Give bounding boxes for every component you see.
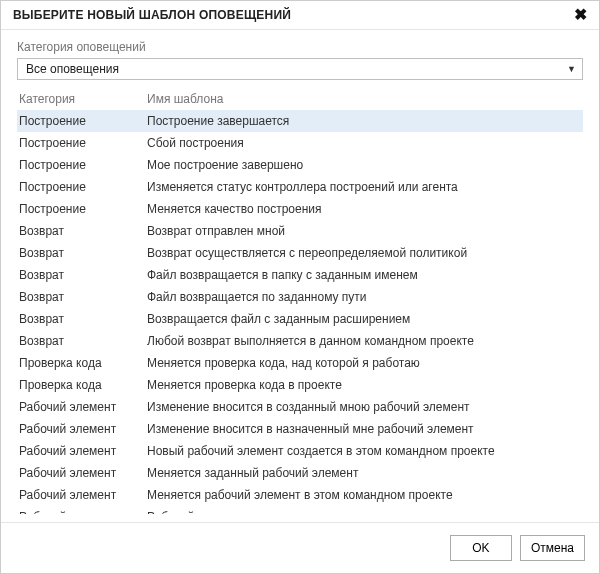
close-icon: ✖ <box>574 6 587 23</box>
category-filter-label: Категория оповещений <box>17 40 583 54</box>
grid-cell-name: Меняется качество построения <box>147 202 583 216</box>
cancel-button[interactable]: Отмена <box>520 535 585 561</box>
grid-row[interactable]: Проверка кодаМеняется проверка кода, над… <box>17 352 583 374</box>
grid-cell-name: Изменение вносится в назначенный мне раб… <box>147 422 583 436</box>
grid-row[interactable]: Рабочий элементИзменение вносится в созд… <box>17 396 583 418</box>
dialog-footer: OK Отмена <box>1 522 599 573</box>
grid-row[interactable]: ПостроениеМеняется качество построения <box>17 198 583 220</box>
grid-row[interactable]: ПостроениеИзменяется статус контроллера … <box>17 176 583 198</box>
grid-row[interactable]: ВозвратВозврат отправлен мной <box>17 220 583 242</box>
grid-body[interactable]: ПостроениеПостроение завершаетсяПостроен… <box>17 110 583 514</box>
grid-header-name: Имя шаблона <box>147 92 583 106</box>
grid-row[interactable]: Рабочий элементНовый рабочий элемент соз… <box>17 440 583 462</box>
close-button[interactable]: ✖ <box>572 7 589 23</box>
grid-cell-name: Возврат осуществляется с переопределяемо… <box>147 246 583 260</box>
grid-row[interactable]: ВозвратЛюбой возврат выполняется в данно… <box>17 330 583 352</box>
grid-cell-name: Меняется заданный рабочий элемент <box>147 466 583 480</box>
dialog-body: Категория оповещений Все оповещения ▼ Ка… <box>1 30 599 522</box>
grid-cell-category: Возврат <box>17 268 147 282</box>
grid-header: Категория Имя шаблона <box>17 90 583 110</box>
grid-cell-category: Возврат <box>17 334 147 348</box>
grid-cell-name: Возврат отправлен мной <box>147 224 583 238</box>
grid-row[interactable]: ПостроениеПостроение завершается <box>17 110 583 132</box>
grid-row[interactable]: ПостроениеМое построение завершено <box>17 154 583 176</box>
titlebar: ВЫБЕРИТЕ НОВЫЙ ШАБЛОН ОПОВЕЩЕНИЙ ✖ <box>1 1 599 30</box>
grid-row[interactable]: Рабочий элементМеняется заданный рабочий… <box>17 462 583 484</box>
grid-row[interactable]: Проверка кодаМеняется проверка кода в пр… <box>17 374 583 396</box>
grid-header-category: Категория <box>17 92 147 106</box>
grid-cell-category: Возврат <box>17 246 147 260</box>
grid-cell-category: Рабочий элемент <box>17 488 147 502</box>
grid-cell-category: Построение <box>17 114 147 128</box>
grid-cell-name: Меняется проверка кода, над которой я ра… <box>147 356 583 370</box>
grid-cell-category: Рабочий элемент <box>17 466 147 480</box>
grid-row[interactable]: ВозвратФайл возвращается в папку с задан… <box>17 264 583 286</box>
grid-row[interactable]: ВозвратВозвращается файл с заданным расш… <box>17 308 583 330</box>
category-filter-select[interactable]: Все оповещения ▼ <box>17 58 583 80</box>
grid-cell-category: Рабочий элемент <box>17 444 147 458</box>
grid-cell-name: Рабочий элемент назначен мне <box>147 510 583 514</box>
grid-cell-name: Любой возврат выполняется в данном коман… <box>147 334 583 348</box>
grid-cell-name: Мое построение завершено <box>147 158 583 172</box>
dialog: ВЫБЕРИТЕ НОВЫЙ ШАБЛОН ОПОВЕЩЕНИЙ ✖ Катег… <box>0 0 600 574</box>
grid-cell-category: Построение <box>17 202 147 216</box>
grid-cell-name: Новый рабочий элемент создается в этом к… <box>147 444 583 458</box>
grid-cell-category: Построение <box>17 136 147 150</box>
grid-row[interactable]: Рабочий элементМеняется рабочий элемент … <box>17 484 583 506</box>
dialog-title: ВЫБЕРИТЕ НОВЫЙ ШАБЛОН ОПОВЕЩЕНИЙ <box>13 8 291 22</box>
grid-cell-category: Рабочий элемент <box>17 422 147 436</box>
grid-cell-name: Построение завершается <box>147 114 583 128</box>
chevron-down-icon: ▼ <box>567 64 576 74</box>
grid-row[interactable]: ПостроениеСбой построения <box>17 132 583 154</box>
ok-button[interactable]: OK <box>450 535 512 561</box>
grid-row[interactable]: Рабочий элементРабочий элемент назначен … <box>17 506 583 514</box>
grid-cell-category: Проверка кода <box>17 356 147 370</box>
grid-cell-category: Проверка кода <box>17 378 147 392</box>
grid-row[interactable]: Рабочий элементИзменение вносится в назн… <box>17 418 583 440</box>
grid-cell-category: Возврат <box>17 312 147 326</box>
grid-cell-category: Возврат <box>17 224 147 238</box>
grid-cell-category: Рабочий элемент <box>17 510 147 514</box>
grid-cell-category: Построение <box>17 180 147 194</box>
grid-cell-name: Сбой построения <box>147 136 583 150</box>
grid-cell-name: Изменяется статус контроллера построений… <box>147 180 583 194</box>
grid-cell-name: Меняется проверка кода в проекте <box>147 378 583 392</box>
grid-cell-name: Возвращается файл с заданным расширением <box>147 312 583 326</box>
grid-cell-name: Файл возвращается в папку с заданным име… <box>147 268 583 282</box>
grid-cell-name: Меняется рабочий элемент в этом командно… <box>147 488 583 502</box>
grid-cell-category: Возврат <box>17 290 147 304</box>
grid-row[interactable]: ВозвратВозврат осуществляется с переопре… <box>17 242 583 264</box>
grid-row[interactable]: ВозвратФайл возвращается по заданному пу… <box>17 286 583 308</box>
grid-cell-name: Изменение вносится в созданный мною рабо… <box>147 400 583 414</box>
grid-cell-name: Файл возвращается по заданному пути <box>147 290 583 304</box>
category-filter-value: Все оповещения <box>26 62 119 76</box>
grid-cell-category: Построение <box>17 158 147 172</box>
grid-cell-category: Рабочий элемент <box>17 400 147 414</box>
